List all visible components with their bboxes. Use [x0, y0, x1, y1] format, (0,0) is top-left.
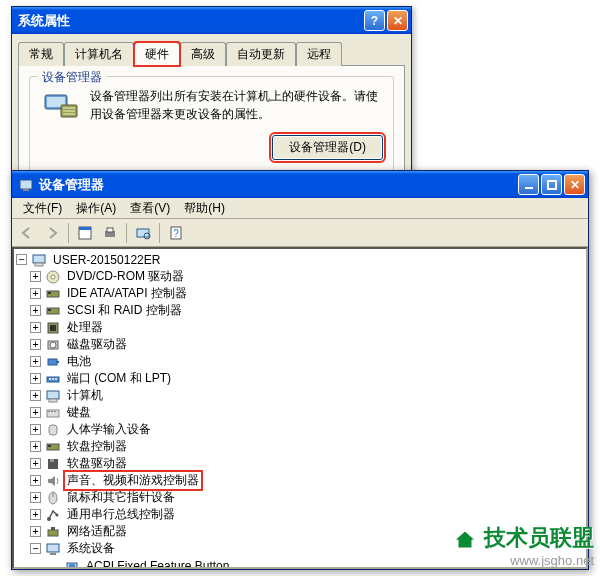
expand-toggle[interactable]: + — [30, 322, 41, 333]
menu-help[interactable]: 帮助(H) — [177, 198, 232, 219]
svg-point-34 — [52, 378, 54, 380]
node-label[interactable]: 计算机 — [65, 387, 105, 404]
node-label[interactable]: DVD/CD-ROM 驱动器 — [65, 268, 186, 285]
usb-icon — [45, 507, 61, 523]
titlebar[interactable]: 设备管理器 ✕ — [12, 171, 588, 198]
node-label[interactable]: 处理器 — [65, 319, 105, 336]
tree-node: +SCSI 和 RAID 控制器 — [16, 302, 584, 319]
tree-node: −系统设备ACPI Fixed Feature ButtonDirect mem… — [16, 540, 584, 569]
tree-children: +DVD/CD-ROM 驱动器+IDE ATA/ATAPI 控制器+SCSI 和… — [16, 268, 584, 569]
computer-icon — [45, 388, 61, 404]
network-icon — [45, 524, 61, 540]
tree-node: +软盘驱动器 — [16, 455, 584, 472]
expand-toggle[interactable]: + — [30, 271, 41, 282]
node-label[interactable]: 软盘驱动器 — [65, 455, 129, 472]
tree-node: +端口 (COM 和 LPT) — [16, 370, 584, 387]
svg-point-50 — [56, 513, 59, 516]
help-button[interactable]: ? — [364, 10, 385, 31]
svg-rect-42 — [49, 425, 57, 435]
node-label[interactable]: ACPI Fixed Feature Button — [84, 559, 231, 570]
svg-rect-18 — [33, 255, 45, 263]
node-label[interactable]: SCSI 和 RAID 控制器 — [65, 302, 184, 319]
tab-computer-name[interactable]: 计算机名 — [64, 42, 134, 66]
svg-point-29 — [50, 342, 56, 348]
close-button[interactable]: ✕ — [387, 10, 408, 31]
expand-toggle[interactable]: + — [30, 288, 41, 299]
svg-rect-56 — [69, 564, 75, 568]
expand-toggle[interactable]: + — [30, 441, 41, 452]
separator — [126, 223, 127, 243]
svg-rect-40 — [51, 411, 53, 412]
node-label[interactable]: 电池 — [65, 353, 93, 370]
svg-rect-3 — [63, 107, 75, 109]
tree-node: +IDE ATA/ATAPI 控制器 — [16, 285, 584, 302]
tab-auto-update[interactable]: 自动更新 — [226, 42, 296, 66]
root-label[interactable]: USER-20150122ER — [51, 253, 162, 267]
properties-icon[interactable] — [74, 222, 96, 244]
tree-node: +处理器 — [16, 319, 584, 336]
device-manager-icon — [40, 87, 80, 125]
expand-toggle[interactable]: + — [30, 492, 41, 503]
forward-icon[interactable] — [41, 222, 63, 244]
titlebar[interactable]: 系统属性 ? ✕ — [12, 7, 411, 34]
expand-toggle[interactable]: + — [30, 458, 41, 469]
scan-icon[interactable] — [132, 222, 154, 244]
expand-toggle[interactable]: + — [30, 509, 41, 520]
svg-point-21 — [51, 275, 55, 279]
tab-remote[interactable]: 远程 — [296, 42, 342, 66]
print-icon[interactable] — [99, 222, 121, 244]
svg-rect-4 — [63, 110, 75, 112]
tab-advanced[interactable]: 高级 — [180, 42, 226, 66]
node-label[interactable]: 软盘控制器 — [65, 438, 129, 455]
tree-node: +声音、视频和游戏控制器 — [16, 472, 584, 489]
keyboard-icon — [45, 405, 61, 421]
svg-rect-41 — [54, 411, 56, 412]
system-properties-dialog: 系统属性 ? ✕ 常规 计算机名 硬件 高级 自动更新 远程 设备管理器 — [11, 6, 412, 191]
tab-hardware[interactable]: 硬件 — [134, 42, 180, 66]
port-icon — [45, 371, 61, 387]
expand-toggle[interactable]: + — [30, 373, 41, 384]
help-icon[interactable]: ? — [165, 222, 187, 244]
expand-toggle[interactable]: + — [30, 407, 41, 418]
node-label[interactable]: 端口 (COM 和 LPT) — [65, 370, 173, 387]
menu-view[interactable]: 查看(V) — [123, 198, 177, 219]
expand-toggle[interactable]: + — [30, 305, 41, 316]
expand-toggle[interactable]: + — [30, 526, 41, 537]
menu-action[interactable]: 操作(A) — [69, 198, 123, 219]
expand-toggle[interactable]: + — [30, 339, 41, 350]
collapse-toggle[interactable]: − — [16, 254, 27, 265]
menu-bar: 文件(F) 操作(A) 查看(V) 帮助(H) — [12, 198, 588, 219]
node-label[interactable]: 鼠标和其它指针设备 — [65, 489, 177, 506]
tree-node: +通用串行总线控制器 — [16, 506, 584, 523]
expand-toggle[interactable]: + — [30, 390, 41, 401]
tree-root: − USER-20150122ER +DVD/CD-ROM 驱动器+IDE AT… — [16, 251, 584, 569]
expand-toggle[interactable]: − — [30, 543, 41, 554]
node-label[interactable]: 网络适配器 — [65, 523, 129, 540]
node-label[interactable]: 通用串行总线控制器 — [65, 506, 177, 523]
node-label[interactable]: 人体学输入设备 — [65, 421, 153, 438]
tree-node: +鼠标和其它指针设备 — [16, 489, 584, 506]
node-label[interactable]: 磁盘驱动器 — [65, 336, 129, 353]
dialog-body: 常规 计算机名 硬件 高级 自动更新 远程 设备管理器 — [12, 34, 411, 190]
expand-toggle[interactable]: + — [30, 356, 41, 367]
device-manager-button[interactable]: 设备管理器(D) — [272, 135, 383, 160]
title-text: 设备管理器 — [39, 176, 104, 194]
mouse-icon — [45, 490, 61, 506]
node-label[interactable]: 声音、视频和游戏控制器 — [65, 472, 201, 489]
device-tree[interactable]: − USER-20150122ER +DVD/CD-ROM 驱动器+IDE AT… — [12, 247, 588, 569]
controller-icon — [45, 303, 61, 319]
minimize-button[interactable] — [518, 174, 539, 195]
chip-icon — [64, 558, 80, 570]
back-icon[interactable] — [16, 222, 38, 244]
menu-file[interactable]: 文件(F) — [16, 198, 69, 219]
maximize-button[interactable] — [541, 174, 562, 195]
controller-icon — [45, 439, 61, 455]
close-button[interactable]: ✕ — [564, 174, 585, 195]
node-label[interactable]: 系统设备 — [65, 540, 117, 557]
tab-general[interactable]: 常规 — [18, 42, 64, 66]
expand-toggle[interactable]: + — [30, 475, 41, 486]
node-label[interactable]: 键盘 — [65, 404, 93, 421]
node-label[interactable]: IDE ATA/ATAPI 控制器 — [65, 285, 189, 302]
expand-toggle[interactable]: + — [30, 424, 41, 435]
svg-rect-6 — [20, 180, 32, 189]
